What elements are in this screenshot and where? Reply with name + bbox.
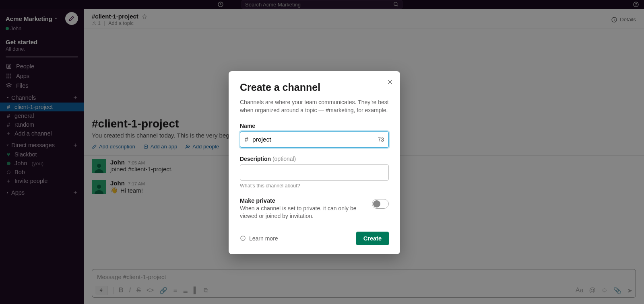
channel-description-input[interactable] [240,164,389,181]
channel-name-input[interactable] [240,131,389,148]
modal-subtitle: Channels are where your team communicate… [240,98,389,115]
make-private-desc: When a channel is set to private, it can… [240,205,364,220]
description-label: Description (optional) [240,156,389,162]
create-button[interactable]: Create [356,232,389,245]
make-private-toggle[interactable] [372,199,389,209]
learn-more-link[interactable]: Learn more [240,235,278,242]
create-channel-modal: Create a channel Channels are where your… [229,71,400,254]
char-remaining: 73 [378,136,384,143]
close-button[interactable] [386,78,394,86]
modal-title: Create a channel [240,82,389,93]
make-private-title: Make private [240,197,364,204]
close-icon [386,78,394,86]
hash-icon: # [245,136,248,143]
name-label: Name [240,123,389,129]
description-hint: What's this channel about? [240,183,389,189]
info-icon [240,235,246,241]
